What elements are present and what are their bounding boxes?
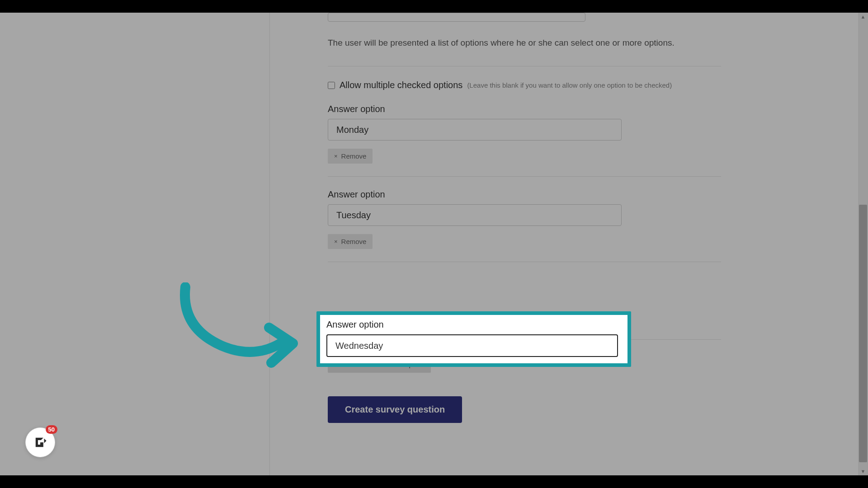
allow-multiple-checkbox[interactable]	[328, 82, 335, 89]
scrollbar-track[interactable]: ▲ ▼	[858, 13, 868, 475]
sidebar	[0, 13, 270, 475]
section-divider	[328, 262, 721, 262]
answer-option-block: Answer option ×Remove	[328, 189, 721, 249]
help-widget[interactable]: 50	[25, 427, 55, 457]
question-type-description: The user will be presented a list of opt…	[328, 38, 821, 48]
answer-option-label: Answer option	[326, 319, 621, 330]
main-content: The user will be presented a list of opt…	[270, 13, 858, 475]
allow-multiple-row: Allow multiple checked options (Leave th…	[328, 80, 821, 90]
close-icon: ×	[334, 153, 338, 160]
help-widget-logo-icon	[33, 435, 48, 450]
answer-option-input[interactable]	[328, 119, 622, 141]
remove-label: Remove	[341, 152, 367, 160]
question-type-select[interactable]	[328, 13, 585, 22]
create-survey-question-button[interactable]: Create survey question	[328, 396, 462, 423]
section-divider	[328, 66, 721, 66]
section-divider	[328, 176, 721, 177]
allow-multiple-label: Allow multiple checked options	[340, 80, 462, 90]
answer-option-label: Answer option	[328, 189, 721, 200]
remove-option-button[interactable]: ×Remove	[328, 234, 373, 249]
scroll-up-arrow[interactable]: ▲	[859, 13, 867, 21]
allow-multiple-hint: (Leave this blank if you want to allow o…	[467, 81, 672, 89]
answer-option-block: Answer option ×Remove	[328, 104, 721, 164]
answer-option-label: Answer option	[328, 104, 721, 114]
scrollbar-thumb[interactable]	[859, 205, 867, 462]
tutorial-highlight: Answer option	[316, 311, 631, 367]
remove-label: Remove	[341, 238, 367, 245]
remove-option-button[interactable]: ×Remove	[328, 149, 373, 164]
tutorial-arrow-icon	[176, 282, 298, 373]
answer-option-input[interactable]	[328, 204, 622, 226]
help-widget-badge: 50	[46, 425, 57, 434]
scroll-down-arrow[interactable]: ▼	[859, 467, 867, 475]
answer-option-input-focused[interactable]	[326, 334, 618, 357]
close-icon: ×	[334, 238, 338, 245]
